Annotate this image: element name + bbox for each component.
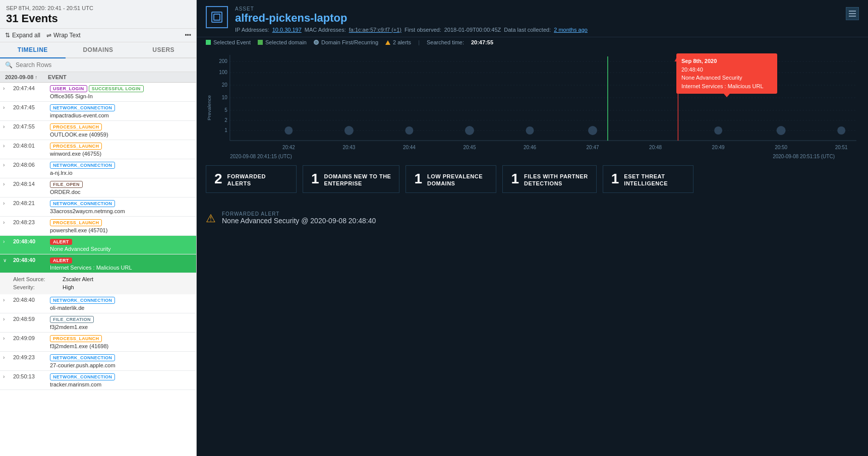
- event-tag: USER_LOGIN: [50, 85, 87, 92]
- ip-label: IP Addresses:: [235, 27, 269, 33]
- expand-row-icon: ›: [3, 296, 9, 303]
- svg-rect-1: [214, 14, 220, 20]
- event-tag: NETWORK_CONNECTION: [50, 104, 115, 111]
- expand-row-icon: ›: [3, 373, 9, 379]
- metric-files-partner[interactable]: 1 FILES WITH PARTNERDETECTIONS: [502, 165, 596, 193]
- event-tag: NETWORK_CONNECTION: [50, 354, 115, 361]
- table-row[interactable]: ∨ 20:48:40 ALERT Internet Services : Mal…: [0, 254, 196, 273]
- svg-text:20:49: 20:49: [712, 145, 725, 150]
- column-headers: 2020-09-08 ↑ EVENT: [0, 72, 196, 83]
- alert-triangle-icon: ⚠: [206, 212, 216, 225]
- expand-row-icon: ›: [3, 335, 9, 341]
- event-tag: NETWORK_CONNECTION: [50, 373, 115, 380]
- legend-circle-icon: [314, 40, 319, 45]
- expanded-detail: Alert Source: Zscaler Alert Severity: Hi…: [0, 273, 196, 294]
- first-obs-label: First observed:: [404, 27, 441, 33]
- alert-section: ⚠ FORWARDED ALERT None Advanced Security…: [197, 203, 868, 232]
- svg-text:1: 1: [224, 127, 227, 133]
- table-row[interactable]: › 20:48:06 NETWORK_CONNECTION a-nj.lrx.i…: [0, 159, 196, 178]
- legend-dark-green-square: [258, 40, 263, 45]
- table-row[interactable]: › 20:47:45 NETWORK_CONNECTION impactradi…: [0, 102, 196, 121]
- table-row[interactable]: › 20:48:01 PROCESS_LAUNCH winword.exe (4…: [0, 140, 196, 159]
- chart-area: 1 2 5 10 20 100 200 Prevalence 20:42 20:…: [197, 48, 868, 159]
- expand-all-button[interactable]: ⇅ Expand all: [5, 32, 40, 39]
- svg-text:20:45: 20:45: [464, 145, 476, 150]
- expand-row-icon: ›: [3, 180, 9, 187]
- svg-point-30: [284, 126, 293, 135]
- metric-low-prevalence[interactable]: 1 LOW PREVALENCEDOMAINS: [406, 165, 496, 193]
- event-tag: NETWORK_CONNECTION: [50, 162, 115, 169]
- sort-arrow-icon: ↑: [35, 75, 37, 80]
- metric-forwarded-alerts[interactable]: 2 FORWARDEDALERTS: [206, 165, 297, 193]
- timeline-chart: 1 2 5 10 20 100 200 Prevalence 20:42 20:…: [206, 52, 859, 153]
- searched-time-value: 20:47:55: [471, 39, 493, 45]
- metrics-bar: 2 FORWARDEDALERTS 1 DOMAINS NEW TO THEEN…: [197, 159, 868, 203]
- svg-text:20:46: 20:46: [524, 145, 536, 150]
- tab-users[interactable]: USERS: [131, 42, 196, 57]
- expand-row-icon: ›: [3, 142, 9, 149]
- metric-domains-new[interactable]: 1 DOMAINS NEW TO THEENTERPRISE: [303, 165, 399, 193]
- expand-row-icon: ›: [3, 123, 9, 129]
- search-icon: 🔍: [5, 61, 13, 69]
- legend-alerts: 2 alerts: [385, 39, 411, 45]
- event-tag: NETWORK_CONNECTION: [50, 200, 115, 207]
- left-toolbar: ⇅ Expand all ⇌ Wrap Text •••: [0, 29, 196, 42]
- svg-text:20:47: 20:47: [587, 145, 599, 150]
- left-header: SEP 8TH, 2020: 20:41 - 20:51 UTC 31 Even…: [0, 0, 196, 29]
- event-tag: PROCESS_LAUNCH: [50, 143, 102, 150]
- expand-row-icon: ›: [3, 104, 9, 110]
- wrap-icon: ⇌: [46, 32, 51, 39]
- event-tag: NETWORK_CONNECTION: [50, 297, 115, 304]
- table-row[interactable]: › 20:48:40 ALERT None Advanced Security: [0, 236, 196, 254]
- event-tag-alert: ALERT: [50, 239, 72, 245]
- metric-eset[interactable]: 1 ESET THREATINTELLIGENCE: [603, 165, 693, 193]
- svg-point-31: [344, 126, 354, 135]
- svg-text:20:48: 20:48: [649, 145, 662, 150]
- asset-info: ASSET alfred-pickens-laptop IP Addresses…: [235, 6, 859, 33]
- table-row[interactable]: › 20:48:40 NETWORK_CONNECTION oli-materl…: [0, 294, 196, 313]
- event-tag: SUCCESSFUL LOGIN: [89, 85, 144, 92]
- ip-address[interactable]: 10.0.30.197: [272, 27, 302, 33]
- event-tag: FILE_CREATION: [50, 316, 94, 323]
- expand-row-icon: ›: [3, 315, 9, 322]
- table-row[interactable]: › 20:49:09 PROCESS_LAUNCH f3j2mdem1.exe …: [0, 333, 196, 352]
- search-input[interactable]: [16, 61, 191, 69]
- svg-point-34: [526, 126, 534, 135]
- legend-selected-domain: Selected domain: [258, 39, 307, 45]
- event-tag: FILE_OPEN: [50, 181, 83, 188]
- table-row[interactable]: › 20:48:21 NETWORK_CONNECTION 33across2w…: [0, 198, 196, 217]
- expand-row-icon: ›: [3, 161, 9, 168]
- mac-label: MAC Addresses:: [305, 27, 346, 33]
- svg-text:20:44: 20:44: [403, 145, 416, 150]
- expand-row-icon: ›: [3, 200, 9, 206]
- event-tag: PROCESS_LAUNCH: [50, 335, 102, 342]
- asset-header: ASSET alfred-pickens-laptop IP Addresses…: [197, 0, 868, 37]
- expand-row-icon: ∨: [3, 256, 9, 263]
- table-row[interactable]: › 20:48:14 FILE_OPEN ORDER.doc: [0, 178, 196, 198]
- table-row[interactable]: › 20:48:59 FILE_CREATION f3j2mdem1.exe: [0, 313, 196, 333]
- svg-text:20:42: 20:42: [282, 145, 295, 150]
- tab-timeline[interactable]: TIMELINE: [0, 42, 66, 58]
- table-row[interactable]: › 20:48:23 PROCESS_LAUNCH powershell.exe…: [0, 217, 196, 236]
- mac-address[interactable]: fa:1c:ae:57:c9:f7 (+1): [349, 27, 401, 33]
- alert-item: ⚠ FORWARDED ALERT None Advanced Security…: [206, 208, 859, 228]
- expand-row-icon: ›: [3, 85, 9, 91]
- asset-name[interactable]: alfred-pickens-laptop: [235, 12, 859, 25]
- data-collected-value[interactable]: 2 months ago: [554, 27, 588, 33]
- svg-point-38: [837, 126, 845, 135]
- more-options-button[interactable]: •••: [185, 32, 191, 39]
- legend-selected-event: Selected Event: [206, 39, 251, 45]
- table-row[interactable]: › 20:49:23 NETWORK_CONNECTION 27-courier…: [0, 352, 196, 371]
- menu-icon-button[interactable]: [846, 7, 859, 20]
- asset-icon: [206, 6, 228, 28]
- svg-text:20:43: 20:43: [342, 145, 355, 150]
- svg-text:100: 100: [219, 70, 227, 75]
- table-row[interactable]: › 20:47:55 PROCESS_LAUNCH OUTLOOK.exe (4…: [0, 121, 196, 140]
- svg-text:20:50: 20:50: [775, 145, 787, 150]
- legend-green-square: [206, 40, 211, 45]
- wrap-text-button[interactable]: ⇌ Wrap Text: [46, 32, 81, 39]
- table-row[interactable]: › 20:50:13 NETWORK_CONNECTION tracker.ma…: [0, 371, 196, 390]
- table-row[interactable]: › 20:47:44 USER_LOGIN SUCCESSFUL LOGIN O…: [0, 83, 196, 102]
- tab-domains[interactable]: DOMAINS: [66, 42, 131, 57]
- asset-meta: IP Addresses: 10.0.30.197 MAC Addresses:…: [235, 27, 859, 33]
